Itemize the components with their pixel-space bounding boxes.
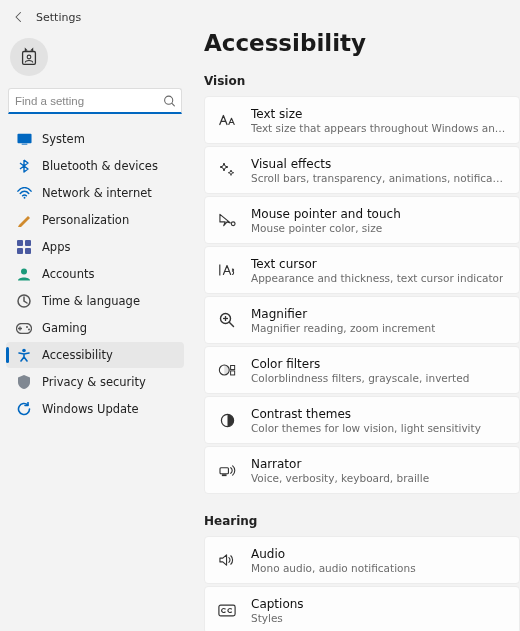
nav-item-network-internet[interactable]: Network & internet bbox=[6, 180, 184, 206]
card-desc: Magnifier reading, zoom increment bbox=[251, 322, 435, 334]
card-list: AudioMono audio, audio notificationsCapt… bbox=[204, 536, 520, 631]
card-title: Captions bbox=[251, 597, 304, 611]
card-title: Color filters bbox=[251, 357, 469, 371]
card-text: Text sizeText size that appears througho… bbox=[251, 107, 507, 134]
card-title: Text cursor bbox=[251, 257, 503, 271]
card-text: Visual effectsScroll bars, transparency,… bbox=[251, 157, 507, 184]
nav-item-system[interactable]: System bbox=[6, 126, 184, 152]
nav-item-label: Bluetooth & devices bbox=[42, 159, 158, 173]
card-desc: Mouse pointer color, size bbox=[251, 222, 401, 234]
svg-rect-27 bbox=[220, 467, 228, 473]
svg-rect-25 bbox=[231, 371, 235, 375]
card-list: Text sizeText size that appears througho… bbox=[204, 96, 520, 494]
svg-point-1 bbox=[27, 55, 31, 59]
privacy-icon bbox=[16, 374, 32, 390]
svg-rect-7 bbox=[17, 240, 23, 246]
svg-point-16 bbox=[22, 349, 26, 353]
personalization-icon bbox=[16, 212, 32, 228]
card-text: Text cursorAppearance and thickness, tex… bbox=[251, 257, 503, 284]
page-title: Accessibility bbox=[204, 30, 520, 56]
setting-card-contrast-themes[interactable]: Contrast themesColor themes for low visi… bbox=[204, 396, 520, 444]
search-input[interactable] bbox=[8, 88, 182, 114]
nav-item-personalization[interactable]: Personalization bbox=[6, 207, 184, 233]
nav-item-apps[interactable]: Apps bbox=[6, 234, 184, 260]
svg-line-3 bbox=[172, 103, 174, 105]
nav-item-label: Privacy & security bbox=[42, 375, 146, 389]
nav-item-accounts[interactable]: Accounts bbox=[6, 261, 184, 287]
captions-icon bbox=[217, 600, 237, 620]
apps-icon bbox=[16, 239, 32, 255]
group-header: Vision bbox=[204, 74, 520, 88]
card-title: Mouse pointer and touch bbox=[251, 207, 401, 221]
magnifier-icon bbox=[217, 310, 237, 330]
card-title: Contrast themes bbox=[251, 407, 481, 421]
card-desc: Voice, verbosity, keyboard, braille bbox=[251, 472, 429, 484]
main-content: Accessibility VisionText sizeText size t… bbox=[190, 0, 520, 631]
card-text: NarratorVoice, verbosity, keyboard, brai… bbox=[251, 457, 429, 484]
nav-item-time-language[interactable]: Time & language bbox=[6, 288, 184, 314]
update-icon bbox=[16, 401, 32, 417]
card-text: CaptionsStyles bbox=[251, 597, 304, 624]
setting-card-mouse-pointer-and-touch[interactable]: Mouse pointer and touchMouse pointer col… bbox=[204, 196, 520, 244]
setting-card-captions[interactable]: CaptionsStyles bbox=[204, 586, 520, 631]
search-icon bbox=[163, 95, 176, 108]
svg-point-14 bbox=[26, 326, 28, 328]
card-text: Contrast themesColor themes for low visi… bbox=[251, 407, 481, 434]
card-title: Visual effects bbox=[251, 157, 507, 171]
search-wrap bbox=[8, 88, 182, 114]
card-desc: Text size that appears throughout Window… bbox=[251, 122, 507, 134]
setting-card-visual-effects[interactable]: Visual effectsScroll bars, transparency,… bbox=[204, 146, 520, 194]
network-icon bbox=[16, 185, 32, 201]
setting-card-magnifier[interactable]: MagnifierMagnifier reading, zoom increme… bbox=[204, 296, 520, 344]
card-desc: Appearance and thickness, text cursor in… bbox=[251, 272, 503, 284]
card-desc: Colorblindness filters, grayscale, inver… bbox=[251, 372, 469, 384]
nav-item-label: Apps bbox=[42, 240, 70, 254]
setting-card-audio[interactable]: AudioMono audio, audio notifications bbox=[204, 536, 520, 584]
group-header: Hearing bbox=[204, 514, 520, 528]
setting-card-narrator[interactable]: NarratorVoice, verbosity, keyboard, brai… bbox=[204, 446, 520, 494]
card-title: Magnifier bbox=[251, 307, 435, 321]
narrator-icon bbox=[217, 460, 237, 480]
audio-icon bbox=[217, 550, 237, 570]
nav-item-label: Gaming bbox=[42, 321, 87, 335]
svg-rect-10 bbox=[25, 248, 31, 254]
card-title: Text size bbox=[251, 107, 507, 121]
back-button[interactable] bbox=[10, 8, 28, 26]
card-desc: Mono audio, audio notifications bbox=[251, 562, 416, 574]
sidebar: Settings SystemBluetooth & devicesNetwor… bbox=[0, 0, 190, 631]
card-desc: Styles bbox=[251, 612, 304, 624]
setting-card-color-filters[interactable]: Color filtersColorblindness filters, gra… bbox=[204, 346, 520, 394]
color-filters-icon bbox=[217, 360, 237, 380]
nav-item-accessibility[interactable]: Accessibility bbox=[6, 342, 184, 368]
nav-item-label: Accounts bbox=[42, 267, 94, 281]
nav-item-windows-update[interactable]: Windows Update bbox=[6, 396, 184, 422]
avatar-icon bbox=[18, 46, 40, 68]
nav-item-label: System bbox=[42, 132, 85, 146]
nav-item-label: Accessibility bbox=[42, 348, 113, 362]
svg-rect-28 bbox=[221, 474, 226, 476]
svg-rect-0 bbox=[23, 52, 36, 65]
svg-point-6 bbox=[23, 197, 25, 199]
setting-card-text-cursor[interactable]: Text cursorAppearance and thickness, tex… bbox=[204, 246, 520, 294]
nav-list: SystemBluetooth & devicesNetwork & inter… bbox=[6, 126, 184, 422]
nav-item-label: Windows Update bbox=[42, 402, 139, 416]
bluetooth-icon bbox=[16, 158, 32, 174]
svg-line-20 bbox=[230, 323, 234, 327]
setting-card-text-size[interactable]: Text sizeText size that appears througho… bbox=[204, 96, 520, 144]
nav-item-gaming[interactable]: Gaming bbox=[6, 315, 184, 341]
contrast-icon bbox=[217, 410, 237, 430]
card-text: Mouse pointer and touchMouse pointer col… bbox=[251, 207, 401, 234]
nav-item-bluetooth-devices[interactable]: Bluetooth & devices bbox=[6, 153, 184, 179]
card-desc: Color themes for low vision, light sensi… bbox=[251, 422, 481, 434]
svg-rect-9 bbox=[17, 248, 23, 254]
time-icon bbox=[16, 293, 32, 309]
svg-rect-24 bbox=[231, 366, 235, 370]
svg-rect-4 bbox=[17, 134, 31, 143]
mouse-icon bbox=[217, 210, 237, 230]
nav-item-label: Time & language bbox=[42, 294, 140, 308]
card-title: Narrator bbox=[251, 457, 429, 471]
card-desc: Scroll bars, transparency, animations, n… bbox=[251, 172, 507, 184]
avatar[interactable] bbox=[10, 38, 48, 76]
nav-item-label: Personalization bbox=[42, 213, 129, 227]
nav-item-privacy-security[interactable]: Privacy & security bbox=[6, 369, 184, 395]
